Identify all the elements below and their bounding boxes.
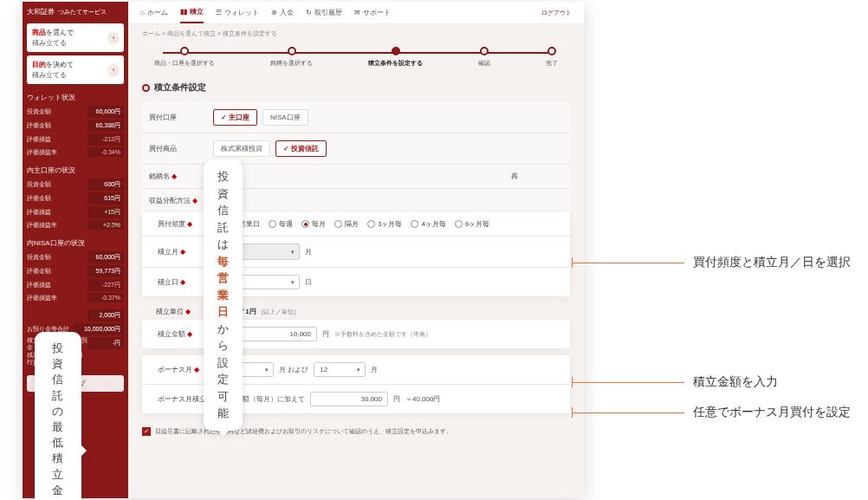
row-account: 買付口座 ✓主口座 NISA口座 <box>142 102 570 133</box>
row-product: 買付商品 株式累積投資 ✓投資信託 <box>142 133 570 164</box>
bullet-icon <box>142 84 150 92</box>
agree-checkbox[interactable]: ✓ <box>142 427 151 436</box>
logo-row: 大和証券 つみたてサービス <box>27 7 124 16</box>
step-3: 積立条件を設定する <box>368 47 423 68</box>
freq-opt-4mo[interactable]: 4ヶ月毎 <box>411 219 445 229</box>
note-frequency: 買付頻度と積立月／日を選択 <box>693 255 851 270</box>
progress-stepper: 商品・口座を選択する 銘柄を選択する 積立条件を設定する 確認 完了 <box>128 43 584 76</box>
arrow-icon: › <box>107 64 120 76</box>
callout-min-amount: 投資信託の 最低積立 金額は100円 <box>35 332 81 500</box>
callout-frequency-info: 投資信託は 毎営業日から設定可能 <box>204 159 243 431</box>
check-icon: ✓ <box>283 145 289 153</box>
sidebar-action-product[interactable]: 商品を選んで 積み立てる › <box>27 23 124 52</box>
nav-history[interactable]: ↻取引履歴 <box>306 8 342 17</box>
form-area: 買付口座 ✓主口座 NISA口座 買付商品 株式累積投資 ✓投資信託 銘柄名◆ … <box>128 102 584 413</box>
frequency-radio-group: 毎営業日 毎週 毎月 隔月 3ヶ月毎 4ヶ月毎 6ヶ月毎 <box>222 219 561 229</box>
freq-opt-6mo[interactable]: 6ヶ月毎 <box>455 219 489 229</box>
note-bonus: 任意でボーナス月買付を設定 <box>693 405 851 420</box>
freq-opt-bimonthly[interactable]: 隔月 <box>334 219 359 229</box>
brand-text: 大和証券 <box>27 7 55 16</box>
bonus-amount-input[interactable]: 30,000 <box>310 392 388 406</box>
logout-link[interactable]: ログアウト <box>541 9 572 17</box>
note-amount: 積立金額を入力 <box>693 374 778 390</box>
step-2: 銘柄を選択する <box>270 47 313 68</box>
home-icon: ⌂ <box>140 9 145 16</box>
wallet-status-title: ウォレット状況 <box>27 93 124 102</box>
chip-main-account[interactable]: ✓主口座 <box>213 109 257 126</box>
bonus-month2-select[interactable]: 12 <box>314 362 366 377</box>
service-text: つみたてサービス <box>58 8 107 16</box>
section-title: 積立条件設定 <box>128 76 584 102</box>
nisa-acct-title: 内NISA口座の状況 <box>27 238 124 248</box>
step-5: 完了 <box>546 47 558 68</box>
step-1: 商品・口座を選択する <box>154 47 215 68</box>
deposit-icon: ⊕ <box>271 9 277 16</box>
sidebar-action-goal[interactable]: 目的を決めて 積み立てる › <box>27 55 124 84</box>
freq-opt-monthly[interactable]: 毎月 <box>301 219 326 229</box>
top-nav: ⌂ホーム ▮▮積立 ☰ウォレット ⊕入金 ↻取引履歴 ✉サポート ログアウト <box>128 2 584 24</box>
nav-support[interactable]: ✉サポート <box>354 8 391 17</box>
main-acct-title: 内主口座の状況 <box>27 166 124 175</box>
breadcrumb: ホーム > 商品を選んで積立 > 積立条件を設定する <box>128 24 584 43</box>
wallet-icon: ☰ <box>216 9 222 16</box>
freq-opt-3mo[interactable]: 3ヶ月毎 <box>367 219 402 229</box>
nav-deposit[interactable]: ⊕入金 <box>271 8 294 17</box>
bars-icon: ▮▮ <box>180 8 187 16</box>
disclaimer-row: ✓ 目論見書に記載された手数料など諸経費およびお取引のリスクについて確認のうえ、… <box>128 420 584 443</box>
freq-opt-weekly[interactable]: 毎週 <box>269 219 293 229</box>
app-screenshot: 大和証券 つみたてサービス 商品を選んで 積み立てる › 目的を決めて 積み立て… <box>23 2 584 498</box>
chip-stock[interactable]: 株式累積投資 <box>213 140 270 157</box>
support-icon: ✉ <box>354 9 360 16</box>
nav-wallet[interactable]: ☰ウォレット <box>216 8 259 17</box>
step-4: 確認 <box>478 47 490 68</box>
check-icon: ✓ <box>221 114 227 121</box>
history-icon: ↻ <box>306 9 312 16</box>
main-panel: ⌂ホーム ▮▮積立 ☰ウォレット ⊕入金 ↻取引履歴 ✉サポート ログアウト ホ… <box>128 2 584 498</box>
arrow-icon: › <box>107 32 120 44</box>
nav-tsumitate[interactable]: ▮▮積立 <box>180 2 204 23</box>
nav-home[interactable]: ⌂ホーム <box>140 8 168 17</box>
chip-fund[interactable]: ✓投資信託 <box>275 140 327 157</box>
chip-nisa-account[interactable]: NISA口座 <box>262 109 308 126</box>
